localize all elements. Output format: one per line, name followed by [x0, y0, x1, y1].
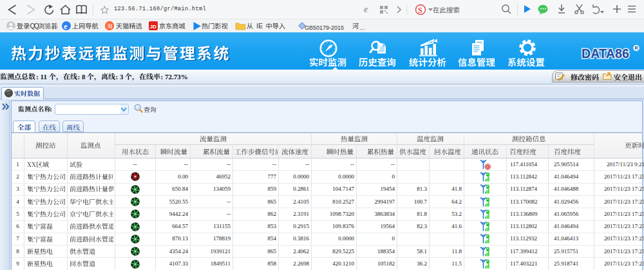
svg-text:JD: JD: [150, 24, 156, 30]
svg-text:Q: Q: [34, 23, 39, 30]
svg-text:E: E: [258, 23, 263, 30]
svg-text:e: e: [64, 22, 68, 31]
svg-text:DATA86: DATA86: [582, 46, 629, 61]
svg-text:S: S: [418, 6, 422, 15]
svg-text:I: I: [256, 23, 258, 30]
svg-text:e: e: [364, 5, 368, 14]
svg-text:R: R: [634, 46, 638, 50]
